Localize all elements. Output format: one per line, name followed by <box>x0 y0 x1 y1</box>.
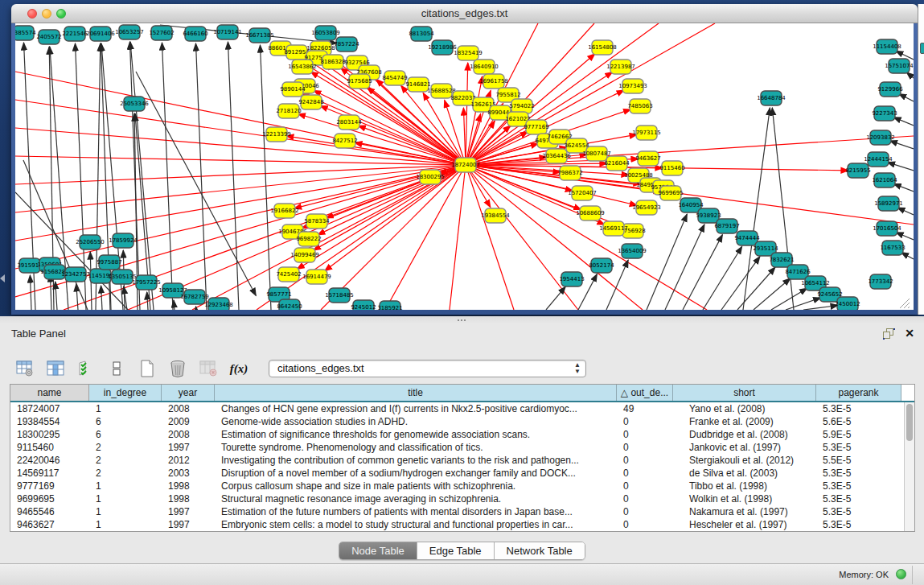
network-edge[interactable] <box>703 246 742 310</box>
network-node[interactable]: 10719141 <box>213 25 242 39</box>
network-node[interactable]: 9175685 <box>347 74 372 89</box>
network-node[interactable]: 15718485 <box>325 288 354 303</box>
column-header-out_de[interactable]: △ out_de... <box>617 385 673 401</box>
network-node[interactable]: 18724007 <box>451 158 480 172</box>
network-edge[interactable] <box>466 63 468 165</box>
table-row[interactable]: 946362711997Embryonic stem cells: a mode… <box>10 518 914 531</box>
float-panel-icon[interactable] <box>883 328 895 340</box>
network-node[interactable]: 1167533 <box>880 241 905 255</box>
network-node[interactable]: 20364436 <box>542 149 571 163</box>
network-node[interactable]: 8454749 <box>382 71 407 85</box>
network-node[interactable]: 12213987 <box>606 60 635 74</box>
network-node[interactable]: 10688609 <box>576 206 605 220</box>
network-node[interactable]: 14569117 <box>599 221 628 236</box>
collapse-panel-handle-icon[interactable] <box>0 274 5 282</box>
show-columns-icon[interactable] <box>45 358 66 379</box>
select-columns-icon[interactable] <box>76 358 97 379</box>
table-row[interactable]: 911546021997Tourette syndrome. Phenomeno… <box>10 441 914 454</box>
network-node[interactable]: 20691406 <box>86 27 115 41</box>
network-node[interactable]: 19654923 <box>632 200 661 215</box>
network-edge[interactable] <box>546 286 565 310</box>
network-node[interactable]: 9227343 <box>872 106 897 121</box>
table-mode-icon[interactable] <box>14 358 35 379</box>
network-node[interactable]: 1954413 <box>559 272 584 286</box>
network-node[interactable]: 3185921 <box>377 301 402 310</box>
scrollbar-thumb[interactable] <box>906 404 913 441</box>
network-edge[interactable] <box>466 165 914 225</box>
network-edge[interactable] <box>129 42 140 310</box>
network-edge[interactable] <box>260 45 271 310</box>
network-node[interactable]: 2450012 <box>835 297 860 310</box>
network-node[interactable]: 18640910 <box>470 60 499 74</box>
network-node[interactable]: 17859924 <box>109 233 138 248</box>
network-node[interactable]: 6879197 <box>714 219 739 233</box>
column-header-year[interactable]: year <box>162 385 215 401</box>
network-edge[interactable] <box>30 275 31 310</box>
network-node[interactable]: 8186328 <box>320 55 345 69</box>
table-row[interactable]: 1830029562008Estimation of significance … <box>10 428 914 441</box>
delete-table-icon[interactable] <box>198 358 219 379</box>
network-edge[interactable] <box>683 235 722 310</box>
create-column-icon[interactable] <box>137 358 158 379</box>
table-row[interactable]: 1938455462009Genome-wide association stu… <box>10 415 914 428</box>
network-edge[interactable] <box>450 165 466 310</box>
column-header-pagerank[interactable]: pagerank <box>816 385 901 401</box>
network-node[interactable]: 2803144 <box>336 115 362 130</box>
network-node[interactable]: 19384554 <box>481 208 510 223</box>
table-row[interactable]: 1872400712008Changes of HCN gene express… <box>10 402 914 415</box>
network-node[interactable]: 7857224 <box>334 37 359 51</box>
network-node[interactable]: 9890144 <box>280 82 306 97</box>
table-row[interactable]: 969969511998Structural magnetic resonanc… <box>10 492 914 505</box>
network-node[interactable]: 1773342 <box>868 274 893 289</box>
network-node[interactable]: 9777169 <box>524 120 548 134</box>
network-node[interactable]: 18325419 <box>454 46 483 60</box>
network-node[interactable]: 15751074 <box>885 59 914 73</box>
network-node[interactable]: 16543862 <box>288 60 317 74</box>
network-node[interactable]: 17957225 <box>132 275 161 290</box>
network-node[interactable]: 12342757 <box>61 267 90 282</box>
delete-columns-icon[interactable] <box>167 358 188 379</box>
network-node[interactable]: 16648784 <box>757 91 786 105</box>
network-node[interactable]: 12444154 <box>864 152 893 167</box>
network-node[interactable]: 7986372 <box>557 166 582 180</box>
network-edge[interactable] <box>897 208 914 215</box>
network-node[interactable]: 1621064 <box>872 173 897 187</box>
network-node[interactable]: 2221546 <box>62 27 88 41</box>
network-node[interactable]: 9242848 <box>298 95 323 109</box>
network-node[interactable]: 15892971 <box>874 196 903 211</box>
network-node[interactable]: 9699695 <box>658 186 683 200</box>
table-row[interactable]: 946554611997Estimation of the future num… <box>10 505 914 518</box>
network-edge[interactable] <box>887 163 914 171</box>
network-edge[interactable] <box>893 183 914 192</box>
network-node[interactable]: 8215955 <box>845 163 870 178</box>
network-node[interactable]: 6216044 <box>604 156 630 171</box>
network-node[interactable]: 9115460 <box>659 161 684 175</box>
network-edge[interactable] <box>15 165 466 184</box>
network-node[interactable]: 13654009 <box>618 244 647 258</box>
tab-node-table[interactable]: Node Table <box>339 542 417 559</box>
network-edge[interactable] <box>15 128 466 165</box>
table-row[interactable]: 977716911998Corpus callosum shape and si… <box>10 480 914 492</box>
network-node[interactable]: 2718120 <box>276 104 301 118</box>
network-edge[interactable] <box>55 282 57 310</box>
network-edge[interactable] <box>647 214 687 310</box>
network-edge[interactable] <box>195 307 196 310</box>
network-edge[interactable] <box>302 93 466 165</box>
window-resize-grip-icon[interactable] <box>900 299 910 308</box>
column-header-title[interactable]: title <box>215 385 617 401</box>
network-node[interactable]: 25206550 <box>76 235 105 249</box>
network-node[interactable]: 17016504 <box>873 221 901 236</box>
network-node[interactable]: 12093832 <box>866 130 895 145</box>
network-node[interactable]: 8813054 <box>409 27 434 41</box>
network-node[interactable]: 7425402 <box>276 267 301 282</box>
network-canvas[interactable]: 2385574240557222215462069140610653257152… <box>15 23 914 310</box>
table-scrollbar[interactable] <box>904 402 914 531</box>
network-node[interactable]: 9463627 <box>635 151 660 166</box>
window-titlebar[interactable]: citations_edges.txt <box>11 4 918 23</box>
column-header-in_degree[interactable]: in_degree <box>89 385 162 401</box>
network-node[interactable]: 6466160 <box>183 27 207 41</box>
network-edge[interactable] <box>803 306 838 310</box>
network-node[interactable]: 8642450 <box>277 299 302 310</box>
network-node[interactable]: 9698222 <box>296 232 321 246</box>
tab-edge-table[interactable]: Edge Table <box>417 542 495 559</box>
